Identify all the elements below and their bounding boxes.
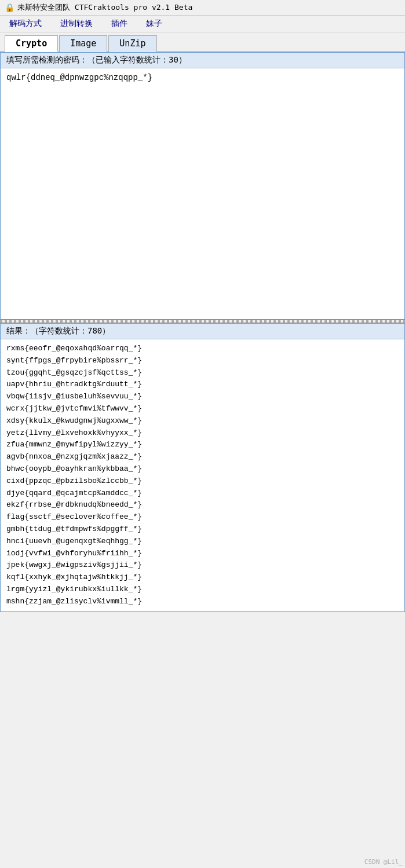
list-item: agvb{nnxoa_@nzxgjqzm%xjaazz_*} (6, 451, 399, 463)
list-item: lrgm{yyizl_@ykirubkx%iullkk_*} (6, 584, 399, 596)
list-item: gmbh{ttdug_@tfdmpwfs%dpggff_*} (6, 523, 399, 536)
tab-image[interactable]: Image (59, 35, 107, 52)
tab-crypto[interactable]: Crypto (5, 35, 58, 52)
list-item: uapv{hhriu_@htradktg%rduutt_*} (6, 379, 399, 391)
watermark: CSDN @Lil_ (364, 858, 403, 866)
list-item: xdsy{kkulx_@kwudgnwj%ugxxww_*} (6, 415, 399, 427)
cipher-input[interactable]: qwlr{ddneq_@dpnwzgpc%nzqqpp_*} (1, 68, 404, 317)
input-section: 填写所需检测的密码：（已输入字符数统计：30） qwlr{ddneq_@dpnw… (0, 53, 405, 320)
title-text: 未斯特安全团队 CTFCraktools pro v2.1 Beta (17, 2, 192, 13)
result-content: rxms{eeofr_@eqoxahqd%oarrqq_*}synt{ffpgs… (1, 339, 404, 611)
list-item: bhwc{ooypb_@oayhkran%ykbbaa_*} (6, 463, 399, 475)
list-item: hnci{uuevh_@ugenqxgt%eqhhgg_*} (6, 536, 399, 548)
menu-girl[interactable]: 妹子 (143, 17, 166, 30)
list-item: iodj{vvfwi_@vhforyhu%friihh_*} (6, 548, 399, 560)
title-bar: 🔒 未斯特安全团队 CTFCraktools pro v2.1 Beta (0, 0, 405, 16)
list-item: vbqw{iisjv_@iusbeluh%sevvuu_*} (6, 391, 399, 403)
result-section: 结果：（字符数统计：780） rxms{eeofr_@eqoxahqd%oarr… (0, 323, 405, 612)
menu-binary[interactable]: 进制转换 (57, 17, 96, 30)
list-item: synt{ffpgs_@frpybire%pbssrr_*} (6, 355, 399, 367)
tab-unzip[interactable]: UnZip (108, 35, 156, 52)
list-item: kqfl{xxhyk_@xjhqtajw%htkkjj_*} (6, 572, 399, 584)
result-label: 结果：（字符数统计：780） (1, 324, 404, 339)
list-item: yetz{llvmy_@lxvehoxk%vhyyxx_*} (6, 427, 399, 440)
list-item: tzou{ggqht_@gsqzcjsf%qcttss_*} (6, 367, 399, 379)
input-label: 填写所需检测的密码：（已输入字符数统计：30） (1, 53, 404, 68)
menu-decode[interactable]: 解码方式 (6, 17, 45, 30)
list-item: wcrx{jjtkw_@jvtcfmvi%tfwwvv_*} (6, 403, 399, 415)
list-item: rxms{eeofr_@eqoxahqd%oarrqq_*} (6, 343, 399, 355)
list-item: ekzf{rrbse_@rdbknudq%bneedd_*} (6, 499, 399, 511)
app-icon: 🔒 (5, 3, 14, 12)
list-item: jpek{wwgxj_@wigpsziv%gsjjii_*} (6, 559, 399, 572)
list-item: djye{qqard_@qcajmtcp%amddcc_*} (6, 488, 399, 500)
list-item: cixd{ppzqc_@pbzilsbo%zlccbb_*} (6, 475, 399, 488)
list-item: zfua{mmwnz_@mywfipyl%wizzyy_*} (6, 439, 399, 451)
menu-bar: 解码方式 进制转换 插件 妹子 (0, 16, 405, 32)
list-item: mshn{zzjam_@zlisyclv%ivmmll_*} (6, 596, 399, 608)
menu-plugin[interactable]: 插件 (108, 17, 131, 30)
tabs-container: Crypto Image UnZip (0, 32, 405, 53)
list-item: flag{ssctf_@seclover%coffee_*} (6, 511, 399, 523)
